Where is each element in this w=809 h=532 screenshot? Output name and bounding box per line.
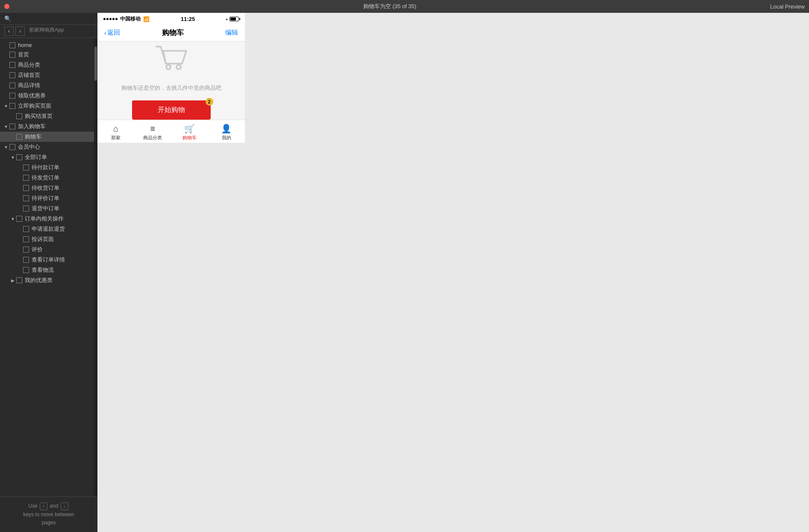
close-button[interactable] xyxy=(4,4,9,9)
sidebar-item-shangpin-fenlei[interactable]: 商品分类 xyxy=(0,60,94,70)
sidebar-item-lijigoumai[interactable]: 立即购买页面 xyxy=(0,101,94,111)
nav-back-label: 返回 xyxy=(107,29,120,37)
tree-item-label: 待付款订单 xyxy=(32,164,59,171)
tree-item-label: 会员中心 xyxy=(18,143,40,151)
sidebar-item-pingjia[interactable]: 评价 xyxy=(0,244,94,255)
nav-action-button[interactable]: 编辑 xyxy=(225,29,238,37)
sidebar-item-lingqu-youhuiquan[interactable]: 领取优惠券 xyxy=(0,91,94,101)
empty-cart-text: 购物车还是空的，去挑几件中意的商品吧 xyxy=(121,84,221,92)
footer-hint-suffix: keys to move between xyxy=(23,511,74,517)
wifi-icon: 📶 xyxy=(143,16,150,22)
tab-label-category: 商品分类 xyxy=(143,135,162,141)
nav-arrows: ‹ › 那家网电商App xyxy=(0,25,97,38)
main-layout: 🔍 ‹ › 那家网电商App home首页商品分类店铺首页商品详情领取优惠券立即… xyxy=(0,13,809,532)
tree-item-label: 全部订单 xyxy=(25,153,47,161)
footer-hint-prefix: Use xyxy=(28,503,37,509)
tab-item-category[interactable]: ≡商品分类 xyxy=(134,124,171,141)
tab-icon-cart: 🛒 xyxy=(184,123,195,134)
chevron-icon xyxy=(10,155,15,160)
sidebar-item-chakan-dingdan[interactable]: 查看订单详情 xyxy=(0,255,94,265)
sidebar-item-daishouhuo-dingdan[interactable]: 待收货订单 xyxy=(0,183,94,193)
sidebar-item-daifu-dingdan[interactable]: 待付款订单 xyxy=(0,162,94,173)
sidebar-item-daipingjia-dingdan[interactable]: 待评价订单 xyxy=(0,193,94,203)
sidebar-search-bar[interactable]: 🔍 xyxy=(0,13,97,25)
tree-item-label: 订单内相关操作 xyxy=(25,215,64,223)
signal-dot-4 xyxy=(112,18,115,20)
doc-icon xyxy=(23,236,29,242)
chevron-icon xyxy=(3,145,9,150)
sidebar-item-dipu-shouye[interactable]: 店铺首页 xyxy=(0,70,94,80)
chevron-icon xyxy=(10,217,15,221)
nav-bar: ‹ 返回 购物车 编辑 xyxy=(97,24,245,41)
sidebar-scrollbar[interactable] xyxy=(94,38,97,497)
tab-label-mine: 我的 xyxy=(222,135,231,141)
key-down-badge: ↓ xyxy=(61,503,68,510)
chevron-icon xyxy=(3,124,9,129)
tab-item-mine[interactable]: 👤我的 xyxy=(208,123,245,141)
tab-label-home: 那家 xyxy=(111,135,121,141)
sidebar-item-home[interactable]: home xyxy=(0,41,94,50)
chevron-left-icon: ‹ xyxy=(104,29,106,36)
tab-item-home[interactable]: ⌂那家 xyxy=(97,124,134,141)
doc-icon xyxy=(9,93,15,99)
doc-icon xyxy=(9,62,15,68)
tree-item-label: 退货中订单 xyxy=(32,205,59,212)
phone-frame: 中国移动 📶 11:25 ▪ ‹ 返回 购物车 编辑 xyxy=(97,13,245,143)
battery-icon xyxy=(229,17,239,21)
tab-label-cart: 购物车 xyxy=(182,135,197,141)
nav-back-button[interactable]: ‹ 返回 xyxy=(104,29,120,37)
sidebar-footer: Use ↑ and ↓ keys to move between pages xyxy=(0,497,97,532)
key-up-badge: ↑ xyxy=(40,503,47,510)
sidebar-item-goumai-jiesuan[interactable]: 购买结算页 xyxy=(0,111,94,121)
tree-item-label: 待收货订单 xyxy=(32,184,59,192)
status-right: ▪ xyxy=(226,17,239,22)
tree-item-label: 待发货订单 xyxy=(32,174,59,182)
sidebar-item-wode-youhuiquan[interactable]: 我的优惠类 xyxy=(0,275,94,285)
sidebar-tree: home首页商品分类店铺首页商品详情领取优惠券立即购买页面购买结算页加入购物车购… xyxy=(0,38,94,497)
tree-item-label: 商品详情 xyxy=(18,82,40,89)
footer-hint-middle: and xyxy=(50,503,58,509)
sidebar-item-jiaru-gouwuche[interactable]: 加入购物车 xyxy=(0,121,94,132)
sidebar-item-huiyuan-zhongxin[interactable]: 会员中心 xyxy=(0,142,94,152)
chevron-icon xyxy=(10,278,15,283)
tree-item-label: 立即购买页面 xyxy=(18,102,51,110)
doc-icon xyxy=(16,277,22,283)
shop-button[interactable]: 开始购物 2 xyxy=(132,100,211,120)
tree-item-label: 待评价订单 xyxy=(32,194,59,202)
doc-icon xyxy=(16,216,22,222)
sidebar-item-dingdan-caozuo[interactable]: 订单内相关操作 xyxy=(0,214,94,224)
signal-dot-2 xyxy=(106,18,109,20)
tree-item-label: 店铺首页 xyxy=(18,71,40,79)
tab-item-cart[interactable]: 🛒购物车 xyxy=(171,123,208,141)
signal-bars-icon: ▪ xyxy=(226,17,228,22)
carrier-label: 中国移动 xyxy=(120,15,141,23)
sidebar-item-chakan-wuliu[interactable]: 查看物流 xyxy=(0,265,94,275)
doc-icon xyxy=(23,247,29,253)
sidebar-item-shouye[interactable]: 首页 xyxy=(0,50,94,60)
sidebar-item-quanbu-dingdan[interactable]: 全部订单 xyxy=(0,152,94,162)
sidebar-item-shenqing-tuikuan[interactable]: 申请退款退货 xyxy=(0,224,94,234)
sidebar-item-daifahuo-dingdan[interactable]: 待发货订单 xyxy=(0,173,94,183)
tree-item-label: 领取优惠券 xyxy=(18,92,46,100)
sidebar-item-shangpin-xiangqing[interactable]: 商品详情 xyxy=(0,80,94,91)
tree-item-label: 首页 xyxy=(18,51,29,59)
nav-forward-arrow[interactable]: › xyxy=(15,26,25,36)
doc-icon xyxy=(16,154,22,160)
nav-back-arrow[interactable]: ‹ xyxy=(4,26,14,36)
search-icon: 🔍 xyxy=(4,15,11,22)
search-input[interactable] xyxy=(13,15,93,22)
tree-item-label: 我的优惠类 xyxy=(25,276,53,284)
preview-label: Local Preview xyxy=(770,3,805,10)
doc-icon xyxy=(16,134,22,140)
status-bar: 中国移动 📶 11:25 ▪ xyxy=(97,13,245,24)
doc-icon xyxy=(9,144,15,150)
sidebar-scroll-thumb[interactable] xyxy=(94,47,97,81)
doc-icon xyxy=(9,82,15,88)
tab-icon-mine: 👤 xyxy=(221,123,232,134)
sidebar: 🔍 ‹ › 那家网电商App home首页商品分类店铺首页商品详情领取优惠券立即… xyxy=(0,13,97,532)
tab-icon-category: ≡ xyxy=(150,124,156,134)
sidebar-item-tousu-page[interactable]: 投诉页面 xyxy=(0,234,94,244)
phone-content: 购物车还是空的，去挑几件中意的商品吧 开始购物 2 xyxy=(97,41,245,120)
sidebar-item-gouwuche[interactable]: 购物车 xyxy=(0,132,94,142)
sidebar-item-tuihuo-dingdan[interactable]: 退货中订单 xyxy=(0,203,94,214)
